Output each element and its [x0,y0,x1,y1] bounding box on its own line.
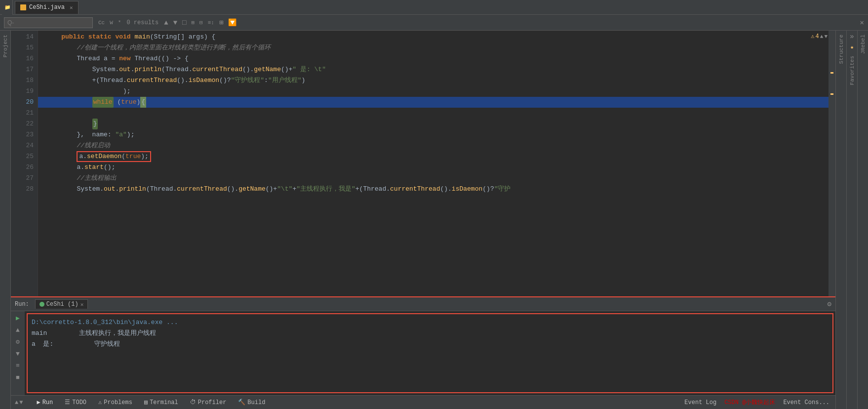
wrap-button[interactable]: ≡ [13,361,23,370]
run-tab-close[interactable]: ✕ [80,301,84,308]
bottom-terminal-button[interactable]: ▤ Terminal [142,398,180,407]
project-sidebar-label[interactable]: Project [1,31,9,61]
code-line-15: //创建一个线程，内部类里面在对线程类型进行判断，然后有个循环 [38,42,829,53]
settings-button[interactable]: ⚙ [13,337,23,347]
structure-sidebar[interactable]: Structure [835,31,846,409]
filter-button[interactable]: ⊞ [218,18,225,27]
right-gutter: ⚠ 4 ▲ ▼ [829,31,835,296]
jrebel-label[interactable]: JRebel [859,31,867,58]
next-result-button[interactable]: ▼ [172,19,179,27]
editor-container: ▶ ▼ 14 15 ▼ 16 17 18 19 20 21 22 [11,31,835,409]
search-bar-right: ✕ [860,18,864,27]
code-line-24: //线程启动 [38,140,829,151]
output-path: D:\corretto-1.8.0_312\bin\java.exe ... [32,317,178,328]
output-col1-3: a 是: [32,339,71,350]
output-col1-2: main [32,328,71,339]
whole-word-button[interactable]: W [108,19,115,26]
csdn-badge: CSDN @小魏快起床 [724,398,775,407]
close-search-button[interactable]: ✕ [860,18,864,27]
run-tab-label: CeShi (1) [46,301,79,308]
profiler-icon: ⏱ [190,399,196,406]
project-sidebar[interactable]: Project [0,31,11,409]
run-output: D:\corretto-1.8.0_312\bin\java.exe ... m… [27,313,833,393]
code-line-27: //主线程输出 [38,173,829,184]
expand-up-icon[interactable]: ▲ [15,399,18,406]
expand-button[interactable]: □ [181,19,188,27]
favorites-label[interactable]: Favorites [848,52,856,89]
build-icon: 🔨 [238,399,245,406]
warning-count-label: 4 [816,33,819,40]
run-button[interactable]: ▶ [13,313,23,323]
tab-close-button[interactable]: ✕ [70,4,73,11]
scroll-up-button[interactable]: ▲ [13,325,23,335]
code-line-21 [38,108,829,119]
run-settings-button[interactable]: ⚙ [828,300,831,308]
line-17: 17 [11,64,34,75]
stop-button[interactable]: ■ [13,372,23,382]
regex-button[interactable]: * [117,19,123,26]
case-sensitive-button[interactable]: Cc [97,19,106,26]
warning-count: ⚠ 4 ▲ ▼ [811,33,828,40]
search-input[interactable] [4,17,93,28]
bottom-run-button[interactable]: ▶ Run [35,398,55,407]
todo-icon: ☰ [65,399,70,406]
terminal-icon: ▤ [144,399,148,406]
build-label: Build [247,399,265,406]
code-line-25: a.setDaemon(true); [38,151,829,162]
output-col2-2: 主线程执行，我是用户线程 [79,328,156,339]
run-left-toolbar: ▶ ▲ ⚙ ▼ ≡ ■ [11,311,25,395]
run-icon: ▶ [37,399,40,406]
multiline-button[interactable]: ⊞ [190,19,196,26]
project-icon: 📁 [4,4,10,10]
line-28: 28 [11,184,34,195]
favorites-sidebar[interactable]: » ★ Favorites [846,31,857,409]
problems-label: Problems [104,399,132,406]
line-16: ▼ 16 [11,53,34,64]
code-line-26: a.start(); [38,162,829,173]
output-line-1: D:\corretto-1.8.0_312\bin\java.exe ... [32,317,829,328]
output-line-3: a 是: 守护线程 [32,339,829,350]
warning-up-button[interactable]: ▲ [820,34,824,40]
bottom-bar: ▲ ▼ ▶ Run ☰ TODO ⚠ Problems ▤ Terminal [11,395,835,409]
line-23: ▲ 23 [11,129,34,140]
output-line-2: main 主线程执行，我是用户线程 [32,328,829,339]
bottom-build-button[interactable]: 🔨 Build [236,398,267,407]
tab-bar: 📁 CeShi.java ✕ [0,0,868,15]
line-14: ▶ ▼ 14 [11,32,34,42]
line-21: 21 [11,108,34,119]
code-line-14: public static void main(String[] args) { [38,32,829,42]
file-tab-ceshi[interactable]: CeShi.java ✕ [15,1,79,14]
options2-button[interactable]: ≡↕ [206,20,216,26]
event-log-button[interactable]: Event Log [682,398,718,407]
jrebel-sidebar[interactable]: JRebel [857,31,868,409]
code-line-20: while (true){ [38,97,829,108]
expand-arrows: ▲ ▼ [15,399,23,406]
favorites-star[interactable]: ★ [849,42,855,52]
editor-main: ▶ ▼ 14 15 ▼ 16 17 18 19 20 21 22 [11,31,835,296]
structure-sidebar-label[interactable]: Structure [837,31,845,68]
terminal-label: Terminal [150,399,178,406]
options-button[interactable]: ⊟ [198,19,204,26]
line-22: 22 [11,119,34,129]
bottom-todo-button[interactable]: ☰ TODO [63,398,88,407]
line-numbers: ▶ ▼ 14 15 ▼ 16 17 18 19 20 21 22 [11,31,38,296]
scroll-down-button[interactable]: ▼ [13,349,23,359]
prev-result-button[interactable]: ▲ [162,19,169,27]
line-18: 18 [11,75,34,86]
event-console-button[interactable]: Event Cons... [781,398,831,407]
run-tab[interactable]: CeShi (1) ✕ [35,299,88,309]
bottom-profiler-button[interactable]: ⏱ Profiler [188,398,229,407]
line-19: 19 [11,86,34,97]
favorites-arrow-right[interactable]: » [848,31,856,42]
funnel-icon[interactable]: 🔽 [227,18,238,27]
bottom-problems-button[interactable]: ⚠ Problems [96,398,134,407]
line-27: 27 [11,173,34,184]
run-label: Run: [15,301,29,308]
problems-icon: ⚠ [98,399,102,406]
expand-down-icon[interactable]: ▼ [19,399,23,406]
code-line-19: ); [38,86,829,97]
code-line-22: } [38,119,829,129]
code-area[interactable]: public static void main(String[] args) {… [38,31,829,296]
warning-down-button[interactable]: ▼ [824,34,828,40]
scroll-warning-1 [830,72,833,74]
